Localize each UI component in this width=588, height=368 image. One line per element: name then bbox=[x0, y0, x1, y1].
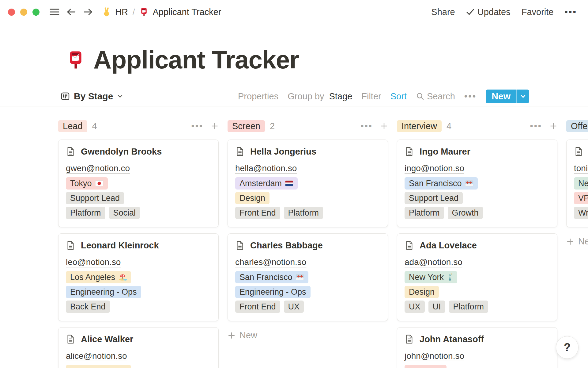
view-switcher-by-stage[interactable]: By Stage bbox=[61, 91, 123, 102]
card-email: charles@notion.so bbox=[235, 257, 380, 267]
chevron-down-icon bbox=[117, 94, 123, 99]
column-badge-lead[interactable]: Lead bbox=[58, 120, 87, 132]
tag-growth: Growth bbox=[448, 207, 483, 219]
card-hella-jongerius[interactable]: Hella Jongerius hella@notion.so Amsterda… bbox=[228, 140, 388, 227]
tag-label: Platform bbox=[453, 302, 484, 312]
tag-engineering-ops: Engineering - Ops bbox=[66, 286, 141, 298]
tag-platform: Platform bbox=[66, 207, 105, 219]
tag-label: UX bbox=[409, 302, 420, 312]
group-by-value: Stage bbox=[329, 91, 352, 102]
column-add-card-button[interactable] bbox=[549, 122, 557, 130]
tag-label: San Francisco bbox=[409, 179, 462, 188]
column-badge-offer[interactable]: Offer bbox=[566, 120, 588, 132]
group-by-button[interactable]: Group by Stage bbox=[288, 91, 352, 102]
column-actions: ••• bbox=[530, 121, 557, 131]
tag-label: Growth bbox=[452, 208, 479, 218]
tag-label: Los Angeles bbox=[70, 273, 115, 282]
help-button[interactable]: ? bbox=[556, 336, 579, 359]
add-card-new-button[interactable]: New bbox=[228, 330, 388, 340]
tag-label: UI bbox=[433, 302, 441, 312]
netherlands-flag-icon bbox=[285, 180, 293, 187]
tag-design: Design bbox=[235, 192, 270, 204]
card-email: ada@notion.so bbox=[405, 257, 550, 267]
tag-los-angeles: Los Angeles bbox=[66, 365, 131, 368]
column-more-button[interactable]: ••• bbox=[361, 121, 373, 131]
page-title[interactable]: Applicant Tracker bbox=[93, 45, 299, 74]
card-ada-lovelace[interactable]: Ada Lovelace ada@notion.so New York Desi… bbox=[397, 233, 557, 321]
card-email: alice@notion.so bbox=[66, 351, 211, 361]
victory-hand-icon bbox=[102, 7, 111, 17]
forward-arrow-icon[interactable] bbox=[83, 8, 93, 16]
favorite-button[interactable]: Favorite bbox=[522, 7, 554, 17]
postbox-icon-large[interactable] bbox=[66, 50, 85, 70]
new-button-chevron-down-icon[interactable] bbox=[517, 90, 529, 103]
column-count: 4 bbox=[92, 121, 97, 131]
traffic-lights bbox=[8, 9, 40, 16]
tag-platform: Platform bbox=[284, 207, 323, 219]
page-doc-icon bbox=[405, 240, 414, 250]
card-charles-babbage[interactable]: Charles Babbage charles@notion.so San Fr… bbox=[228, 233, 388, 321]
tag-vp: VP o bbox=[574, 192, 588, 204]
add-card-new-button[interactable]: New bbox=[566, 236, 588, 247]
sidebar-menu-icon[interactable] bbox=[49, 8, 60, 16]
updates-button[interactable]: Updates bbox=[466, 7, 511, 17]
tag-label: Support Lead bbox=[409, 194, 458, 203]
tag-support-lead: Support Lead bbox=[405, 192, 463, 204]
column-header-offer: Offer bbox=[566, 120, 588, 132]
breadcrumb-separator: / bbox=[132, 7, 136, 17]
new-record-button[interactable]: New bbox=[486, 90, 529, 103]
fog-bridge-icon bbox=[465, 180, 473, 187]
tag-tokyo: Tokyo bbox=[66, 177, 108, 190]
card-john-atanasoff[interactable]: John Atanasoff john@notion.so Tokyo bbox=[397, 327, 557, 368]
zoom-window-button[interactable] bbox=[32, 9, 40, 16]
column-header-lead: Lead 4 ••• bbox=[58, 120, 219, 132]
board-column-lead: Lead 4 ••• Gwendolyn Brooks gwen@notion.… bbox=[58, 120, 219, 368]
minimize-window-button[interactable] bbox=[20, 9, 27, 16]
column-add-card-button[interactable] bbox=[211, 122, 219, 130]
properties-button[interactable]: Properties bbox=[238, 91, 278, 102]
view-name: By Stage bbox=[74, 91, 113, 102]
tag-label: Design bbox=[409, 287, 435, 297]
close-window-button[interactable] bbox=[8, 9, 15, 16]
filter-button[interactable]: Filter bbox=[361, 91, 381, 102]
search-label: Search bbox=[427, 91, 455, 102]
card-email: gwen@notion.co bbox=[66, 163, 211, 174]
column-more-button[interactable]: ••• bbox=[530, 121, 542, 131]
board-column-interview: Interview 4 ••• Ingo Maurer ingo@notion.… bbox=[397, 120, 557, 368]
column-badge-screen[interactable]: Screen bbox=[228, 120, 265, 132]
card-toni[interactable]: T toni@ New VP o Writ bbox=[566, 140, 588, 227]
column-badge-interview[interactable]: Interview bbox=[397, 120, 442, 132]
sort-button[interactable]: Sort bbox=[390, 91, 407, 102]
tag-front-end: Front End bbox=[235, 207, 280, 219]
tag-platform: Platform bbox=[405, 207, 444, 219]
column-more-button[interactable]: ••• bbox=[191, 121, 203, 131]
breadcrumb-page-applicant-tracker[interactable]: Applicant Tracker bbox=[153, 7, 221, 17]
breadcrumb-workspace-hr[interactable]: HR bbox=[115, 7, 128, 17]
tag-label: Tokyo bbox=[409, 366, 431, 368]
page-doc-icon bbox=[66, 334, 75, 344]
tag-tokyo: Tokyo bbox=[405, 365, 447, 368]
column-count: 4 bbox=[447, 121, 451, 131]
card-ingo-maurer[interactable]: Ingo Maurer ingo@notion.so San Francisco… bbox=[397, 140, 557, 227]
column-header-screen: Screen 2 ••• bbox=[228, 120, 388, 132]
tag-ui: UI bbox=[428, 301, 445, 313]
search-icon bbox=[416, 92, 424, 101]
back-arrow-icon[interactable] bbox=[66, 8, 76, 16]
page-doc-icon bbox=[574, 147, 583, 156]
more-options-button[interactable]: ••• bbox=[564, 7, 577, 17]
tag-label: Engineering - Ops bbox=[70, 287, 137, 297]
tag-label: Front End bbox=[239, 302, 276, 312]
search-button[interactable]: Search bbox=[416, 91, 455, 102]
notion-applicant-tracker-window: { "colors":{ "accent_blue":"#2EAADC", "t… bbox=[0, 0, 588, 368]
share-button[interactable]: Share bbox=[431, 7, 455, 17]
card-leonard-kleinrock[interactable]: Leonard Kleinrock leo@notion.so Los Ange… bbox=[58, 233, 219, 321]
card-alice-walker[interactable]: Alice Walker alice@notion.so Los Angeles bbox=[58, 327, 219, 368]
breadcrumb: HR / Applicant Tracker bbox=[102, 7, 221, 17]
tag-ux: UX bbox=[284, 301, 304, 313]
card-gwendolyn-brooks[interactable]: Gwendolyn Brooks gwen@notion.co Tokyo Su… bbox=[58, 140, 219, 227]
column-header-interview: Interview 4 ••• bbox=[397, 120, 557, 132]
view-more-options-button[interactable]: ••• bbox=[464, 91, 477, 102]
add-card-label: New bbox=[239, 330, 257, 340]
column-add-card-button[interactable] bbox=[380, 122, 388, 130]
card-email: john@notion.so bbox=[405, 351, 550, 361]
